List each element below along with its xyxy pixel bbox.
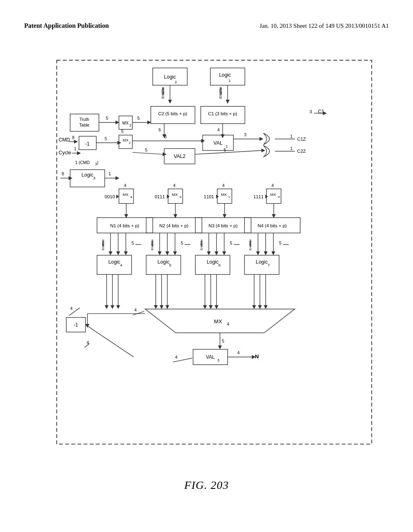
svg-text:7: 7 [267,263,269,267]
svg-marker-10 [226,100,230,104]
svg-text:C1 (3 bits + p): C1 (3 bits + p) [208,111,237,116]
svg-text:2: 2 [129,141,131,145]
svg-text:5: 5 [138,116,140,121]
svg-text:Logic: Logic [81,172,94,178]
svg-text:Logic: Logic [158,259,170,265]
svg-text:Logic: Logic [256,259,268,265]
svg-text:5: 5 [105,137,107,141]
svg-text:N2 (4 bits + p): N2 (4 bits + p) [159,223,188,228]
svg-text:c: c [229,195,230,199]
svg-text:-1: -1 [85,141,90,147]
svg-text:1: 1 [228,78,230,83]
svg-text:Enable: Enable [101,241,105,250]
svg-marker-199 [203,305,207,309]
svg-text:VAL2: VAL2 [174,154,186,159]
svg-text:Cycle: Cycle [58,150,71,156]
svg-marker-43 [74,140,78,144]
svg-text:b: b [179,195,181,199]
svg-text:5: 5 [279,241,282,245]
svg-text:Logic: Logic [219,72,231,78]
svg-text:MX: MX [172,192,178,197]
svg-text:0111: 0111 [154,194,165,199]
svg-line-230 [86,325,133,357]
svg-marker-150 [165,251,169,256]
svg-marker-178 [271,251,275,256]
svg-marker-152 [173,251,177,256]
svg-marker-91 [115,176,119,180]
svg-text:1111: 1111 [253,194,263,199]
svg-marker-61 [259,137,263,141]
svg-marker-187 [105,305,109,309]
svg-text:3: 3 [93,176,95,180]
svg-text:Logic: Logic [206,259,219,265]
svg-text:1: 1 [290,146,293,151]
svg-marker-203 [215,305,219,309]
svg-marker-52 [117,141,121,145]
svg-marker-193 [154,305,158,309]
svg-text:4: 4 [70,306,73,311]
svg-text:1 (CMD: 1 (CMD [75,160,90,165]
svg-text:5: 5 [131,241,134,245]
svg-marker-163 [215,251,219,256]
svg-marker-201 [209,305,213,309]
figure-caption: FIG. 203 [184,479,229,492]
svg-marker-135 [108,251,113,256]
svg-rect-15 [70,114,99,131]
svg-text:C2 (5 bits + p): C2 (5 bits + p) [158,111,187,116]
svg-text:3: 3 [217,358,219,362]
svg-marker-197 [165,305,169,309]
svg-text:4: 4 [217,128,220,132]
svg-text:1: 1 [74,147,76,151]
svg-text:5: 5 [145,148,148,152]
svg-text:N3 (4 bits + p): N3 (4 bits + p) [209,223,238,228]
svg-text:4: 4 [124,183,126,188]
svg-text:2: 2 [129,123,131,127]
svg-text:2: 2 [175,80,177,84]
svg-text:1: 1 [226,144,228,148]
svg-marker-148 [158,251,162,256]
circuit-diagram: Logic 2 Logic 1 Write Enable Write Enabl… [24,56,389,459]
diagram-outer: Logic 2 Logic 1 Write Enable Write Enabl… [24,56,389,459]
svg-marker-209 [264,305,268,309]
svg-marker-195 [160,305,164,309]
svg-marker-76 [261,149,265,153]
publication-title: Patent Application Publication [24,22,109,29]
svg-text:4: 4 [120,263,123,267]
svg-text:MX: MX [122,121,129,125]
svg-text:-1: -1 [74,322,78,328]
svg-text:5: 5 [121,129,124,134]
svg-text:4: 4 [175,355,177,360]
svg-marker-111 [116,195,119,199]
svg-text:3: 3 [164,135,167,139]
svg-text:4: 4 [173,183,175,188]
svg-text:4: 4 [237,351,240,355]
svg-marker-161 [207,251,211,256]
svg-text:4: 4 [134,308,137,312]
svg-text:MX: MX [270,192,276,197]
svg-marker-68 [77,151,81,155]
svg-text:5: 5 [224,148,226,152]
svg-text:6: 6 [219,263,221,267]
svg-text:3: 3 [309,109,312,114]
page-header: Patent Application Publication Jan. 10, … [24,22,389,29]
svg-text:MX: MX [214,318,222,324]
svg-text:5: 5 [169,263,171,267]
svg-marker-165 [222,251,226,256]
svg-text:Table: Table [79,123,90,127]
svg-text:4: 4 [227,322,229,326]
svg-marker-73 [163,152,167,156]
svg-marker-207 [258,305,262,309]
svg-text:Enable: Enable [219,88,223,99]
svg-text:N4 (4 bits + p): N4 (4 bits + p) [258,223,287,228]
svg-line-72 [132,152,163,154]
svg-text:Enable: Enable [200,241,203,250]
svg-marker-191 [116,305,120,309]
svg-text:C2Z: C2Z [297,149,306,154]
svg-marker-139 [124,251,128,256]
svg-line-75 [195,150,262,154]
svg-marker-88 [69,176,73,180]
svg-text:VAL: VAL [206,354,215,360]
svg-text:1: 1 [108,172,111,176]
svg-marker-8 [168,100,172,104]
svg-text:4: 4 [271,183,274,188]
